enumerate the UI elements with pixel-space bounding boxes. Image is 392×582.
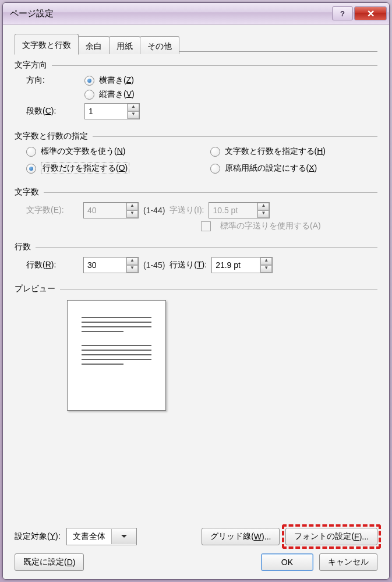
apply-to-value: 文書全体 — [67, 531, 111, 542]
tab-chars-lines[interactable]: 文字数と行数 — [15, 34, 79, 55]
radio-chars-and-lines[interactable]: 文字数と行数を指定する(H) — [210, 146, 378, 157]
section-header-preview: プレビュー — [15, 284, 60, 294]
tab-other[interactable]: その他 — [140, 36, 179, 54]
spin-up-icon[interactable]: ▲ — [260, 258, 272, 265]
label-columns: 段数(C): — [26, 106, 84, 117]
radio-vertical[interactable]: 縦書き(V) — [84, 89, 135, 100]
spin-down-icon: ▼ — [126, 210, 138, 218]
lines-spinner[interactable]: ▲▼ — [83, 257, 139, 273]
label-direction: 方向: — [26, 75, 84, 86]
radio-lines-only[interactable]: 行数だけを指定する(O) — [26, 163, 194, 174]
spin-up-icon: ▲ — [126, 203, 138, 210]
radio-horizontal[interactable]: 横書き(Z) — [84, 75, 134, 86]
spin-up-icon[interactable]: ▲ — [126, 258, 138, 265]
page-setup-dialog: ページ設定 ? ✕ 文字数と行数 余白 用紙 その他 文字方向 方向: 横書き(… — [2, 2, 390, 580]
spin-down-icon[interactable]: ▼ — [260, 265, 272, 273]
window-title: ページ設定 — [10, 8, 332, 19]
apply-to-combo[interactable]: 文書全体 — [66, 528, 137, 545]
radio-dot-icon — [210, 164, 220, 174]
tab-strip: 文字数と行数 余白 用紙 その他 — [15, 34, 377, 52]
radio-manuscript-grid[interactable]: 原稿用紙の設定にする(X) — [210, 163, 378, 174]
label-apply-to: 設定対象(Y): — [15, 531, 61, 542]
line-pitch-spinner[interactable]: ▲▼ — [211, 257, 273, 273]
label-line-pitch: 行送り(T): — [169, 260, 207, 270]
spin-up-icon: ▲ — [257, 203, 269, 210]
spin-down-icon[interactable]: ▼ — [128, 111, 139, 119]
dropdown-icon[interactable] — [111, 529, 136, 544]
tab-paper[interactable]: 用紙 — [109, 36, 140, 54]
spin-down-icon: ▼ — [257, 210, 269, 218]
preview-page — [67, 300, 166, 411]
radio-dot-icon — [26, 164, 36, 174]
chars-range: (1-44) — [143, 206, 165, 215]
spin-up-icon[interactable]: ▲ — [128, 104, 139, 111]
font-settings-button[interactable]: フォントの設定(F)... — [285, 528, 377, 545]
columns-spinner[interactable]: ▲▼ — [84, 103, 140, 119]
label-char-pitch: 字送り(I): — [169, 205, 204, 216]
section-header-spec: 文字数と行数の指定 — [15, 131, 93, 142]
label-chars: 文字数(E): — [26, 205, 79, 216]
chars-input — [84, 203, 126, 218]
lines-range: (1-45) — [143, 260, 165, 270]
label-std-pitch: 標準の字送りを使用する(A) — [220, 221, 321, 231]
spin-down-icon[interactable]: ▼ — [126, 265, 138, 273]
tab-margins[interactable]: 余白 — [78, 36, 110, 54]
line-pitch-input[interactable] — [212, 258, 260, 273]
set-default-button[interactable]: 既定に設定(D) — [15, 553, 84, 571]
checkbox-std-pitch — [201, 221, 211, 231]
radio-dot-icon — [210, 147, 220, 157]
radio-dot-icon — [26, 147, 36, 157]
section-header-chars: 文字数 — [15, 187, 44, 197]
radio-dot-icon — [84, 76, 94, 86]
lines-input[interactable] — [84, 258, 126, 273]
section-header-direction: 文字方向 — [15, 60, 52, 70]
section-header-lines: 行数 — [15, 242, 36, 252]
radio-standard-chars[interactable]: 標準の文字数を使う(N) — [26, 146, 194, 157]
label-lines: 行数(R): — [26, 260, 79, 270]
ok-button[interactable]: OK — [261, 553, 313, 571]
cancel-button[interactable]: キャンセル — [319, 553, 377, 571]
columns-input[interactable] — [85, 104, 127, 119]
close-button[interactable]: ✕ — [354, 6, 387, 20]
radio-dot-icon — [84, 90, 94, 100]
chars-spinner: ▲▼ — [83, 202, 139, 218]
char-pitch-spinner: ▲▼ — [209, 202, 270, 218]
titlebar: ページ設定 ? ✕ — [3, 3, 389, 24]
char-pitch-input — [209, 203, 257, 218]
gridlines-button[interactable]: グリッド線(W)... — [202, 528, 280, 545]
help-button[interactable]: ? — [332, 6, 353, 20]
